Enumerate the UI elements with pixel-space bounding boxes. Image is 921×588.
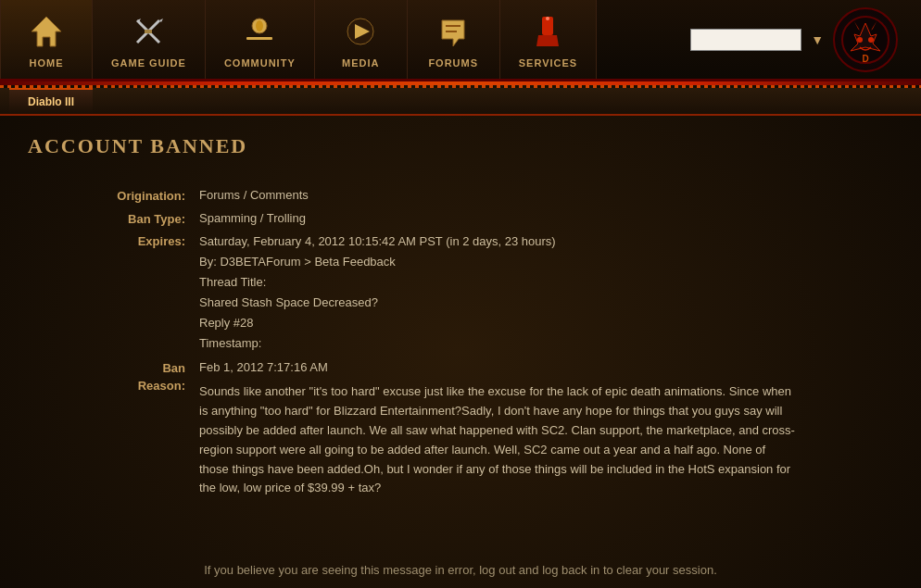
svg-point-19 [857,37,863,43]
origination-label: Origination: [102,186,185,206]
svg-point-7 [256,20,263,31]
nav-forums-label: FORUMS [428,57,478,69]
nav-services-label: SERVICES [519,57,577,69]
services-icon [527,11,568,52]
page-title: ACCOUNT BANNED [28,134,893,158]
ban-type-row: Ban Type: Spamming / Trolling [102,209,797,229]
swords-icon [128,11,169,52]
origination-value: Forums / Comments [199,186,797,206]
nav-item-game-guide[interactable]: GAME GUIDE [93,0,206,79]
nav-home-label: HOME [30,57,64,69]
ban-reason-row: Ban Reason: Feb 1, 2012 7:17:16 AM Sound… [102,358,797,499]
origination-row: Origination: Forums / Comments [102,186,797,206]
expires-block: Saturday, February 4, 2012 10:15:42 AM P… [199,231,797,355]
expires-date: Saturday, February 4, 2012 10:15:42 AM P… [199,231,797,252]
nav-item-forums[interactable]: FORUMS [408,0,500,79]
svg-marker-0 [32,17,61,46]
forums-icon [433,11,473,52]
expires-thread: Shared Stash Space Decreased? [199,293,797,313]
expires-by: By: D3BETAForum > Beta Feedback [199,252,797,272]
nav-gameguide-label: GAME GUIDE [111,57,186,69]
nav-community-label: COMMUNITY [224,57,296,69]
ban-info-container: Origination: Forums / Comments Ban Type:… [102,186,797,498]
ban-reason-block: Feb 1, 2012 7:17:16 AM Sounds like anoth… [199,358,797,499]
nav-right: ▼ D [672,0,921,79]
svg-rect-3 [145,30,152,33]
svg-rect-8 [246,37,272,40]
nav-item-home[interactable]: HOME [0,0,93,79]
tab-diablo3-label: Diablo III [28,95,74,108]
community-icon [239,11,280,52]
expires-timestamp-label: Timestamp: [199,333,797,354]
footer-text: If you believe you are seeing this messa… [46,563,875,577]
svg-point-14 [546,17,549,20]
ban-type-label: Ban Type: [102,209,185,229]
site-logo: D [833,7,898,72]
ban-type-value: Spamming / Trolling [199,209,797,229]
nav-items: HOME GAME GUIDE [0,0,672,79]
footer-message-container: If you believe you are seeing this messa… [28,544,893,588]
ban-reason-text: Sounds like another "it's too hard" excu… [199,382,797,498]
svg-text:D: D [862,54,868,64]
expires-thread-title-label: Thread Title: [199,272,797,293]
media-icon [340,11,381,52]
expires-row: Expires: Saturday, February 4, 2012 10:1… [102,231,797,355]
ban-reason-label: Ban Reason: [102,358,185,499]
expires-reply: Reply #28 [199,313,797,333]
login-input[interactable] [690,29,801,51]
expires-label: Expires: [102,231,185,355]
tab-diablo3[interactable]: Diablo III [9,88,93,114]
dropdown-arrow-icon[interactable]: ▼ [811,32,824,47]
nav-item-services[interactable]: SERVICES [500,0,597,79]
nav-media-label: MEDIA [342,57,379,69]
nav-item-media[interactable]: MEDIA [315,0,408,79]
tab-bar: Diablo III [0,88,921,116]
navigation-bar: HOME GAME GUIDE [0,0,921,81]
home-icon [26,11,67,52]
svg-point-20 [868,37,874,43]
ban-reason-date: Feb 1, 2012 7:17:16 AM [199,358,797,378]
nav-item-community[interactable]: COMMUNITY [206,0,315,79]
main-content: ACCOUNT BANNED Origination: Forums / Com… [0,116,921,588]
